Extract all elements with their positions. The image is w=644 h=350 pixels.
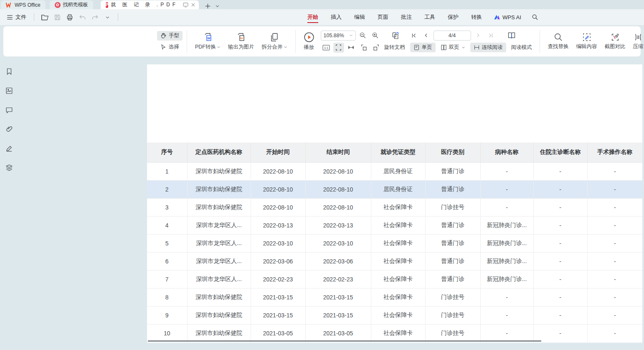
close-tab-icon[interactable] (191, 3, 195, 7)
table-cell: 普通门诊 (425, 234, 480, 252)
tab-wps-office[interactable]: WPS Office (1, 0, 46, 9)
table-cell: 社会保障卡 (371, 324, 425, 342)
table-cell: 新冠肺炎门诊... (480, 234, 533, 252)
menu-search-button[interactable] (530, 12, 540, 22)
compress-label: 压缩 (633, 43, 644, 50)
zoom-out-button[interactable] (357, 31, 368, 41)
rotate-document-button[interactable]: 旋转文档 (383, 43, 408, 52)
table-cell: - (533, 306, 587, 324)
zoom-in-button[interactable] (370, 31, 381, 41)
menu-tab-3[interactable]: 页面 (374, 11, 392, 23)
first-page-button[interactable] (408, 31, 419, 41)
continuous-read-button[interactable]: 连续阅读 (470, 43, 506, 52)
last-page-button[interactable] (485, 31, 496, 41)
find-replace-button[interactable]: 查找替换 (544, 31, 573, 52)
play-icon (304, 32, 314, 43)
new-tab-icon[interactable] (205, 3, 211, 9)
redo-button[interactable] (89, 12, 100, 22)
screenshot-compare-label: 截图对比 (605, 43, 626, 50)
continuous-read-label: 连续阅读 (482, 44, 503, 51)
table-row: 2深圳市妇幼保健院2022-08-102022-08-10居民身份证普通门诊--… (147, 180, 642, 198)
rotate-left-button[interactable] (358, 43, 369, 53)
table-cell: - (533, 324, 587, 342)
select-tool-button[interactable]: 选择 (157, 42, 183, 52)
page-indicator-value: 4/4 (449, 33, 456, 38)
comments-panel-button[interactable] (3, 104, 15, 116)
find-replace-label: 查找替换 (548, 43, 569, 50)
edit-content-button[interactable]: 编辑内容 (573, 31, 601, 52)
quick-toolbar-chevron[interactable] (102, 12, 113, 22)
swap-pages-button[interactable] (390, 31, 401, 41)
prev-page-button[interactable] (421, 31, 432, 41)
split-merge-button[interactable]: 拆分合并 (258, 31, 291, 52)
double-page-button[interactable]: 双页 (437, 43, 469, 52)
signature-panel-button[interactable] (3, 143, 15, 154)
bookmarks-panel-button[interactable] (3, 66, 15, 77)
pdf-convert-button[interactable]: W PDF转换 (191, 31, 224, 52)
present-mode-icon[interactable] (183, 3, 188, 8)
split-merge-label: 拆分合并 (262, 43, 283, 51)
table-cell: 社会保障卡 (371, 306, 425, 324)
tab-document-active[interactable]: P 就 医 记 录 .PDF (101, 0, 199, 9)
export-image-button[interactable]: 输出为图片 (224, 31, 258, 52)
table-cell: - (533, 198, 587, 216)
table-row: 9深圳市妇幼保健院2021-03-152021-03-15社会保障卡门诊挂号--… (147, 306, 642, 324)
menu-tab-5[interactable]: 工具 (421, 11, 439, 23)
next-page-button[interactable] (473, 31, 484, 41)
table-cell: 门诊挂号 (425, 288, 480, 306)
open-file-button[interactable] (39, 12, 50, 22)
read-mode-icon-button[interactable] (506, 31, 517, 41)
menu-tab-2[interactable]: 编辑 (351, 11, 368, 23)
pdf-page[interactable]: 序号定点医药机构名称开始时间结束时间就诊凭证类型医疗类别病种名称住院主诊断名称手… (147, 64, 642, 343)
menu-tab-4[interactable]: 批注 (398, 11, 415, 23)
tab-list-chevron-icon[interactable] (215, 4, 220, 8)
compress-button[interactable]: 压缩 (629, 31, 644, 52)
table-cell: 2022-03-10 (305, 234, 371, 252)
table-cell: 社会保障卡 (371, 216, 425, 234)
rotate-right-button[interactable] (371, 43, 382, 53)
menu-tab-1[interactable]: 插入 (327, 11, 345, 23)
attachments-panel-button[interactable] (3, 123, 15, 135)
table-cell: - (480, 324, 533, 342)
single-page-label: 单页 (422, 44, 432, 51)
table-cell: 8 (147, 288, 187, 306)
file-menu-button[interactable]: 文件 (4, 12, 29, 23)
print-icon (66, 14, 74, 21)
play-button[interactable]: 播放 (300, 30, 318, 53)
table-cell: - (480, 162, 533, 180)
menu-wps-ai[interactable]: WPS AI (491, 13, 524, 22)
table-cell: 3 (147, 198, 187, 216)
chevron-down-icon (349, 33, 353, 37)
fit-page-button[interactable] (346, 43, 357, 53)
single-page-button[interactable]: 单页 (410, 43, 436, 52)
table-cell: - (533, 234, 587, 252)
thumbnails-panel-button[interactable] (3, 85, 15, 97)
print-button[interactable] (64, 12, 75, 22)
actual-size-button[interactable]: 1:1 (321, 43, 332, 53)
zoom-level-select[interactable]: 105.88% (321, 31, 356, 41)
double-page-label: 双页 (449, 44, 459, 51)
menu-bar: 文件 开始插入编辑页面批注工具保护转换 WPS AI (0, 9, 644, 25)
save-button[interactable] (52, 12, 63, 22)
edit-content-label: 编辑内容 (576, 43, 597, 50)
read-mode-button[interactable]: 阅读模式 (508, 43, 535, 52)
table-cell: 深圳市龙华区人... (187, 216, 251, 234)
table-cell: 2022-02-23 (305, 270, 371, 288)
layers-panel-button[interactable] (3, 162, 15, 174)
horizontal-scrollbar[interactable] (148, 340, 541, 342)
table-cell: - (533, 180, 587, 198)
menu-tab-7[interactable]: 转换 (468, 11, 485, 23)
hand-tool-button[interactable]: 手型 (157, 31, 183, 41)
table-cell: 2022-08-10 (251, 162, 305, 180)
column-header: 序号 (147, 143, 187, 162)
tab-docer[interactable]: ✿ 找稻壳模板 (50, 0, 93, 9)
page-indicator-input[interactable]: 4/4 (434, 31, 471, 41)
menu-tab-0[interactable]: 开始 (304, 11, 322, 23)
fit-width-button[interactable] (333, 43, 344, 53)
table-cell: 门诊挂号 (425, 198, 480, 216)
column-header: 住院主诊断名称 (533, 143, 587, 162)
screenshot-compare-button[interactable]: 截图对比 (601, 31, 629, 52)
menu-tab-6[interactable]: 保护 (444, 11, 462, 23)
undo-button[interactable] (77, 12, 88, 22)
folder-icon (41, 14, 49, 21)
